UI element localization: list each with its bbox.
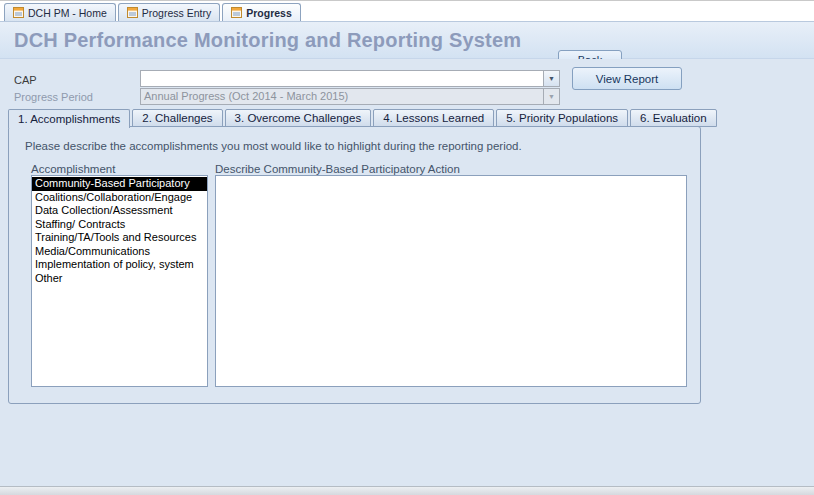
- tab-challenges[interactable]: 2. Challenges: [132, 109, 222, 127]
- tab-overcome-challenges[interactable]: 3. Overcome Challenges: [225, 109, 372, 127]
- cap-combobox[interactable]: ▼: [140, 70, 560, 87]
- list-item[interactable]: Other: [32, 272, 207, 286]
- document-tab-label: DCH PM - Home: [28, 7, 107, 19]
- progress-period-combobox: Annual Progress (Oct 2014 - March 2015) …: [140, 88, 560, 105]
- progress-period-value: Annual Progress (Oct 2014 - March 2015): [141, 89, 543, 104]
- form-header: DCH Performance Monitoring and Reporting…: [0, 21, 814, 59]
- list-item[interactable]: Media/Communications: [32, 245, 207, 259]
- list-item[interactable]: Coalitions/Collaboration/Engage: [32, 191, 207, 205]
- document-tab-progress-entry[interactable]: Progress Entry: [118, 3, 220, 21]
- view-report-button[interactable]: View Report: [572, 67, 682, 90]
- form-icon: [13, 7, 24, 18]
- form-icon: [127, 7, 138, 18]
- status-bar: [0, 486, 814, 495]
- document-tab-home[interactable]: DCH PM - Home: [4, 3, 116, 21]
- document-tab-bar: DCH PM - Home Progress Entry: [0, 1, 814, 21]
- instruction-text: Please describe the accomplishments you …: [25, 140, 522, 152]
- list-item[interactable]: Community-Based Participatory: [32, 177, 207, 191]
- tab-evaluation[interactable]: 6. Evaluation: [630, 109, 717, 127]
- document-tab-progress[interactable]: Progress: [222, 3, 301, 21]
- form-icon: [231, 7, 242, 18]
- progress-period-label: Progress Period: [14, 91, 93, 103]
- describe-label: Describe Community-Based Participatory A…: [215, 163, 460, 175]
- list-item[interactable]: Training/TA/Tools and Resources: [32, 231, 207, 245]
- tab-lessons-learned[interactable]: 4. Lessons Learned: [373, 109, 494, 127]
- document-tab-label: Progress: [246, 7, 292, 19]
- page-title: DCH Performance Monitoring and Reporting…: [14, 29, 521, 52]
- dropdown-arrow-icon: ▼: [543, 89, 559, 104]
- list-item[interactable]: Data Collection/Assessment: [32, 204, 207, 218]
- list-item[interactable]: Implementation of policy, system: [32, 258, 207, 272]
- section-tab-strip: 1. Accomplishments 2. Challenges 3. Over…: [8, 109, 719, 127]
- document-tab-label: Progress Entry: [142, 7, 211, 19]
- cap-label: CAP: [14, 74, 37, 86]
- cap-combobox-value[interactable]: [141, 71, 543, 86]
- accomplishment-listbox[interactable]: Community-Based Participatory Coalitions…: [31, 175, 208, 387]
- access-window: DCH PM - Home Progress Entry: [0, 0, 814, 495]
- list-item[interactable]: Staffing/ Contracts: [32, 218, 207, 232]
- accomplishment-list-label: Accomplishment: [31, 163, 115, 175]
- tab-accomplishments[interactable]: 1. Accomplishments: [8, 109, 130, 128]
- dropdown-arrow-icon[interactable]: ▼: [543, 71, 559, 86]
- tab-priority-populations[interactable]: 5. Priority Populations: [496, 109, 628, 127]
- describe-textarea[interactable]: [215, 175, 687, 387]
- accomplishments-panel: Please describe the accomplishments you …: [8, 126, 701, 404]
